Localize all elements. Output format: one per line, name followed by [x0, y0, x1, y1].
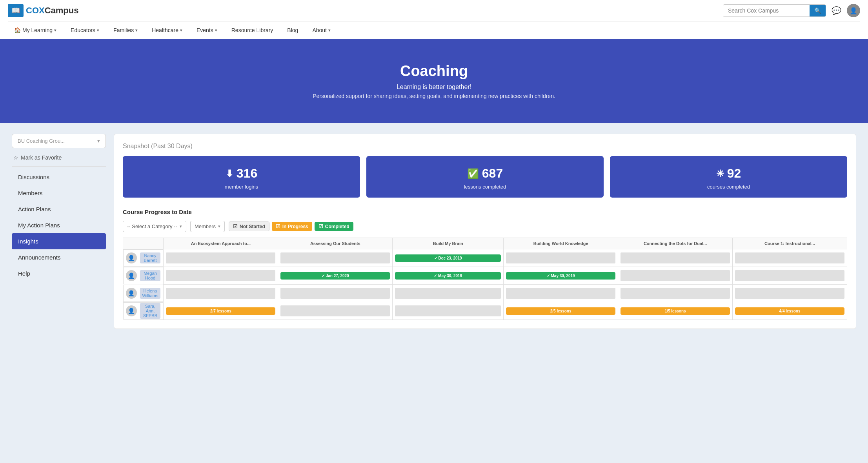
sidebar-item-members[interactable]: Members — [12, 185, 106, 201]
sidebar-nav: Discussions Members Action Plans My Acti… — [12, 169, 106, 281]
badge-icon: ✳ — [716, 168, 724, 179]
cell-gray — [395, 288, 501, 299]
filters-row: -- Select a Category -- ▾ Members ▾ ☑ No… — [123, 221, 847, 232]
star-icon: ☆ — [13, 154, 18, 161]
col-header-1: Assessing Our Students — [278, 238, 393, 249]
stat-label-logins: member logins — [129, 184, 354, 190]
table-cell: 2/7 lessons — [164, 302, 278, 320]
sidebar-item-help[interactable]: Help — [12, 265, 106, 281]
header-right: 🔍 💬 👤 — [723, 4, 860, 17]
hero-tagline: Learning is better together! — [8, 84, 860, 91]
table-cell — [618, 267, 733, 285]
stat-number-courses: ✳ 92 — [616, 166, 841, 181]
main-nav: 🏠 My Learning ▾ Educators ▾ Families ▾ H… — [8, 21, 860, 39]
avatar[interactable]: 👤 — [847, 4, 860, 17]
cell-gray — [395, 305, 501, 316]
header: 📖 COXCampus 🔍 💬 👤 🏠 My Learning ▾ Educat… — [0, 0, 868, 39]
check-icon: ✓ — [434, 274, 437, 278]
table-cell — [278, 302, 393, 320]
col-header-0: An Ecosystem Approach to... — [164, 238, 278, 249]
mark-favorite-button[interactable]: ☆ Mark as Favorite — [12, 152, 106, 167]
logo-area: 📖 COXCampus — [8, 4, 78, 17]
course-progress-table: An Ecosystem Approach to... Assessing Ou… — [123, 238, 847, 320]
completed-filter[interactable]: ☑ Completed — [315, 222, 353, 231]
table-row: 👤Nancy Barrett✓ Dec 23, 2019 — [123, 249, 847, 267]
not-started-filter[interactable]: ☑ Not Started — [229, 222, 269, 231]
table-cell-name: 👤Sara, Ann, SFPBB — [123, 302, 164, 320]
chevron-down-icon: ▾ — [328, 28, 331, 33]
table-cell — [393, 302, 504, 320]
cell-in-progress: 4/4 lessons — [735, 307, 844, 315]
cell-gray — [621, 270, 730, 281]
table-cell — [733, 285, 847, 302]
table-cell — [164, 267, 278, 285]
check-icon: ✓ — [434, 256, 437, 260]
header-top: 📖 COXCampus 🔍 💬 👤 — [8, 0, 860, 21]
table-row: 👤Sara, Ann, SFPBB2/7 lessons2/5 lessons1… — [123, 302, 847, 320]
nav-item-families[interactable]: Families ▾ — [107, 22, 144, 39]
search-button[interactable]: 🔍 — [810, 5, 826, 16]
cell-gray — [735, 252, 844, 263]
logo-icon: 📖 — [8, 4, 24, 17]
member-filter-dropdown[interactable]: Members ▾ — [190, 221, 225, 232]
table-cell: ✓ Jan 27, 2020 — [278, 267, 393, 285]
table-cell: 1/5 lessons — [618, 302, 733, 320]
table-cell-name: 👤Helena Williams — [123, 285, 164, 302]
cell-gray — [166, 270, 275, 281]
nav-item-my-learning[interactable]: 🏠 My Learning ▾ — [8, 22, 63, 39]
nav-item-events[interactable]: Events ▾ — [190, 22, 224, 39]
nav-item-educators[interactable]: Educators ▾ — [64, 22, 106, 39]
cell-gray — [166, 252, 275, 263]
table-row: 👤Helena Williams — [123, 285, 847, 302]
logo-text: COXCampus — [26, 5, 78, 16]
messages-icon[interactable]: 💬 — [832, 6, 841, 15]
checkbox-checked-icon: ☑ — [276, 223, 280, 229]
group-dropdown[interactable]: BU Coaching Grou... ▾ — [12, 134, 106, 148]
in-progress-filter[interactable]: ☑ In Progress — [272, 222, 312, 231]
chevron-down-icon: ▾ — [97, 138, 100, 144]
user-name-label[interactable]: Megan Hood — [140, 270, 161, 281]
chevron-down-icon: ▾ — [135, 28, 138, 33]
sidebar-item-discussions[interactable]: Discussions — [12, 169, 106, 185]
table-cell — [733, 249, 847, 267]
sidebar-item-my-action-plans[interactable]: My Action Plans — [12, 217, 106, 233]
sidebar-item-insights[interactable]: Insights — [12, 233, 106, 249]
table-cell — [618, 249, 733, 267]
sidebar-item-action-plans[interactable]: Action Plans — [12, 201, 106, 217]
cell-gray — [166, 288, 275, 299]
user-name-label[interactable]: Sara, Ann, SFPBB — [140, 303, 161, 319]
nav-item-healthcare[interactable]: Healthcare ▾ — [146, 22, 189, 39]
user-avatar: 👤 — [126, 288, 137, 299]
table-cell: ✓ May 30, 2019 — [393, 267, 504, 285]
table-cell — [504, 285, 618, 302]
table-cell — [393, 285, 504, 302]
home-icon: 🏠 — [14, 27, 21, 33]
user-avatar: 👤 — [126, 305, 137, 316]
group-dropdown-label: BU Coaching Grou... — [18, 138, 65, 144]
search-bar: 🔍 — [723, 4, 826, 17]
user-name-label[interactable]: Helena Williams — [140, 288, 161, 299]
nav-item-resource-library[interactable]: Resource Library — [225, 22, 280, 39]
check-icon: ✓ — [322, 274, 325, 278]
main-content: BU Coaching Grou... ▾ ☆ Mark as Favorite… — [0, 123, 868, 340]
search-input[interactable] — [723, 5, 810, 16]
cell-gray — [280, 252, 390, 263]
nav-item-about[interactable]: About ▾ — [306, 22, 337, 39]
user-avatar: 👤 — [126, 270, 137, 281]
course-table-container: An Ecosystem Approach to... Assessing Ou… — [123, 238, 847, 320]
cell-gray — [735, 270, 844, 281]
checkbox-checked-icon: ☑ — [318, 223, 323, 229]
stat-card-logins: ⬇ 316 member logins — [123, 156, 360, 198]
table-cell: ✓ May 30, 2019 — [504, 267, 618, 285]
sidebar-item-announcements[interactable]: Announcements — [12, 249, 106, 265]
category-filter-dropdown[interactable]: -- Select a Category -- ▾ — [123, 221, 186, 232]
table-row: 👤Megan Hood✓ Jan 27, 2020✓ May 30, 2019✓… — [123, 267, 847, 285]
user-name-label[interactable]: Nancy Barrett — [140, 252, 161, 263]
course-progress-title: Course Progress to Date — [123, 209, 847, 215]
cell-completed: ✓ May 30, 2019 — [506, 272, 615, 280]
table-cell — [278, 285, 393, 302]
nav-item-blog[interactable]: Blog — [281, 22, 304, 39]
stat-number-lessons: ✅ 687 — [373, 166, 597, 181]
table-cell — [278, 249, 393, 267]
col-header-5: Course 1: Instructional... — [733, 238, 847, 249]
